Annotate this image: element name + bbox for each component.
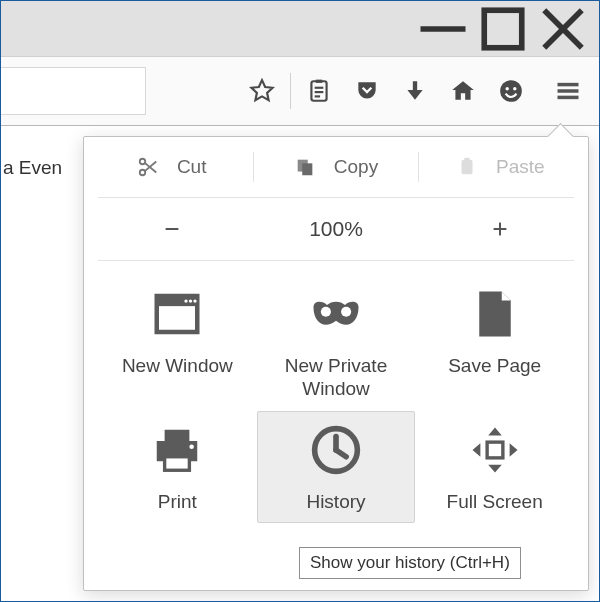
grid-label: Print xyxy=(158,491,197,514)
paste-label: Paste xyxy=(496,156,545,178)
url-bar-fragment xyxy=(1,57,146,126)
copy-icon xyxy=(294,156,316,178)
paste-button[interactable]: Paste xyxy=(419,148,582,186)
grid-label: New Private Window xyxy=(261,355,412,401)
page-text-fragment: a Even xyxy=(1,151,64,185)
close-icon xyxy=(533,0,593,59)
svg-point-10 xyxy=(505,87,508,90)
scissors-icon xyxy=(137,156,159,178)
svg-rect-5 xyxy=(316,80,323,83)
svg-point-36 xyxy=(190,444,195,449)
hamburger-icon xyxy=(554,77,582,105)
menu-button[interactable] xyxy=(543,66,593,116)
svg-rect-33 xyxy=(165,429,190,440)
pocket-button[interactable] xyxy=(347,71,387,111)
minimize-icon xyxy=(413,0,473,59)
svg-point-9 xyxy=(500,80,522,102)
zoom-in-button[interactable] xyxy=(418,198,582,260)
maximize-icon xyxy=(473,0,533,59)
clock-icon xyxy=(309,423,363,477)
svg-rect-20 xyxy=(302,163,312,175)
home-button[interactable] xyxy=(443,71,483,111)
full-screen-button[interactable]: Full Screen xyxy=(415,411,574,524)
app-menu-panel: Cut Copy Paste 100% New Window New P xyxy=(83,136,589,591)
svg-point-11 xyxy=(513,87,516,90)
svg-point-30 xyxy=(194,299,197,302)
svg-line-39 xyxy=(336,450,346,457)
cut-button[interactable]: Cut xyxy=(90,148,253,186)
svg-line-18 xyxy=(145,162,156,172)
zoom-out-button[interactable] xyxy=(90,198,254,260)
grid-label: Full Screen xyxy=(447,491,543,514)
svg-rect-14 xyxy=(558,96,579,100)
svg-rect-13 xyxy=(558,89,579,93)
paste-icon xyxy=(456,156,478,178)
toolbar-separator xyxy=(290,73,291,109)
svg-point-28 xyxy=(185,299,188,302)
maximize-button[interactable] xyxy=(473,6,533,52)
window-titlebar xyxy=(1,1,599,57)
feedback-button[interactable] xyxy=(491,71,531,111)
printer-icon xyxy=(150,423,204,477)
zoom-row: 100% xyxy=(90,198,582,260)
clipboard-icon xyxy=(306,78,332,104)
minimize-button[interactable] xyxy=(413,6,473,52)
save-page-button[interactable]: Save Page xyxy=(415,275,574,411)
grid-label: Save Page xyxy=(448,355,541,378)
home-icon xyxy=(450,78,476,104)
close-button[interactable] xyxy=(533,6,593,52)
star-icon xyxy=(249,78,275,104)
svg-point-29 xyxy=(189,299,192,302)
svg-point-32 xyxy=(341,307,351,317)
svg-rect-22 xyxy=(464,158,470,162)
window-icon xyxy=(150,287,204,341)
svg-rect-21 xyxy=(462,160,473,175)
svg-rect-40 xyxy=(487,442,503,458)
plus-icon xyxy=(489,218,511,240)
edit-row: Cut Copy Paste xyxy=(90,137,582,197)
svg-rect-1 xyxy=(484,10,522,48)
print-button[interactable]: Print xyxy=(98,411,257,524)
fullscreen-icon xyxy=(468,423,522,477)
copy-label: Copy xyxy=(334,156,378,178)
svg-rect-12 xyxy=(558,83,579,87)
grid-label: History xyxy=(306,491,365,514)
url-input[interactable] xyxy=(1,67,146,115)
pocket-icon xyxy=(354,78,380,104)
smiley-icon xyxy=(498,78,524,104)
mask-icon xyxy=(309,287,363,341)
grid-label: New Window xyxy=(122,355,233,378)
page-icon xyxy=(468,287,522,341)
cut-label: Cut xyxy=(177,156,207,178)
history-button[interactable]: History xyxy=(257,411,416,524)
reading-list-button[interactable] xyxy=(299,71,339,111)
svg-point-31 xyxy=(321,307,331,317)
history-tooltip: Show your history (Ctrl+H) xyxy=(299,547,521,579)
zoom-level[interactable]: 100% xyxy=(254,198,418,260)
downloads-button[interactable] xyxy=(395,71,435,111)
svg-line-17 xyxy=(145,163,156,173)
new-private-window-button[interactable]: New Private Window xyxy=(257,275,416,411)
minus-icon xyxy=(161,218,183,240)
copy-button[interactable]: Copy xyxy=(254,148,417,186)
bookmark-star-button[interactable] xyxy=(242,71,282,111)
new-window-button[interactable]: New Window xyxy=(98,275,257,411)
svg-rect-35 xyxy=(165,456,190,470)
download-arrow-icon xyxy=(402,78,428,104)
menu-grid: New Window New Private Window Save Page … xyxy=(90,261,582,533)
